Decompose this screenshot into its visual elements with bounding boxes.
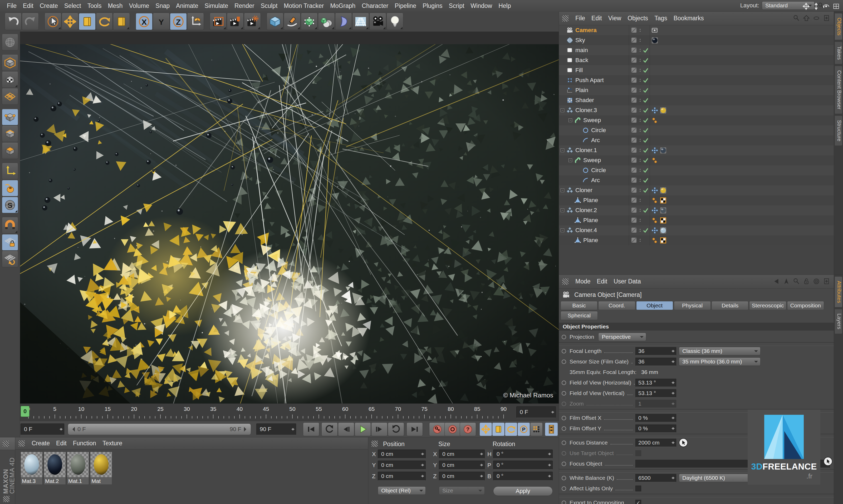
layer-color-swatch[interactable] xyxy=(631,57,638,64)
subdivision-surface[interactable] xyxy=(301,13,318,30)
material-tag-icon[interactable] xyxy=(660,147,667,154)
menu-snap[interactable]: Snap xyxy=(152,2,173,9)
position-y-field[interactable]: 0 cm xyxy=(378,461,426,469)
menu-script[interactable]: Script xyxy=(446,2,468,9)
stepper-icon[interactable] xyxy=(671,348,675,354)
menu-motion-tracker[interactable]: Motion Tracker xyxy=(280,2,327,9)
dots2-tag-icon[interactable] xyxy=(651,117,658,124)
enabled-check-icon[interactable] xyxy=(642,137,649,144)
enabled-check-icon[interactable] xyxy=(642,157,649,164)
menu-edit[interactable]: Edit xyxy=(20,2,37,9)
attribute-menu-mode[interactable]: Mode xyxy=(572,278,594,285)
object-row-main[interactable]: main xyxy=(559,45,834,55)
object-row-fill[interactable]: Fill xyxy=(559,65,834,75)
polygons-mode[interactable] xyxy=(2,143,18,159)
stepper-icon[interactable] xyxy=(551,409,554,415)
edges-mode[interactable] xyxy=(2,126,18,142)
attr-value-field[interactable]: 6500 xyxy=(635,474,676,482)
coordinate-system-toggle[interactable] xyxy=(187,13,204,30)
stepper-icon[interactable] xyxy=(291,426,294,432)
menu-select[interactable]: Select xyxy=(61,2,84,9)
visibility-dots-icon[interactable] xyxy=(638,77,642,84)
camtoggle-tag-icon[interactable] xyxy=(651,27,658,34)
object-row-plain[interactable]: Plain xyxy=(559,85,834,95)
dock-tab-attributes[interactable]: Attributes xyxy=(835,276,842,307)
stepper-icon[interactable] xyxy=(671,380,675,385)
lock-x-axis[interactable]: X xyxy=(136,13,153,30)
stepper-icon[interactable] xyxy=(480,451,483,457)
keyframe-radio-icon[interactable] xyxy=(562,416,566,420)
layer-color-swatch[interactable] xyxy=(631,67,638,74)
key-position-button[interactable] xyxy=(479,422,492,436)
visibility-dots-icon[interactable] xyxy=(638,57,642,64)
live-selection-tool[interactable] xyxy=(45,13,62,30)
current-frame-field[interactable]: 0 F xyxy=(516,406,556,418)
position-x-field[interactable]: 0 cm xyxy=(378,450,426,458)
object-row-sweep[interactable]: −Sweep xyxy=(559,115,834,125)
undo-button[interactable] xyxy=(5,13,22,30)
layer-color-swatch[interactable] xyxy=(631,207,638,214)
object-row-plane[interactable]: Plane xyxy=(559,215,834,225)
checkbox[interactable] xyxy=(635,450,641,456)
layer-color-swatch[interactable] xyxy=(631,167,638,174)
visibility-dots-icon[interactable] xyxy=(638,147,642,154)
key-scale-button[interactable] xyxy=(492,422,505,436)
record-help-button[interactable]: ? xyxy=(460,422,476,436)
menu-pipeline[interactable]: Pipeline xyxy=(392,2,419,9)
mograph-tag-icon[interactable] xyxy=(651,187,658,194)
material-menu-function[interactable]: Function xyxy=(70,440,99,447)
tab-object[interactable]: Object xyxy=(636,301,673,310)
stepper-icon[interactable] xyxy=(548,451,551,457)
layer-color-swatch[interactable] xyxy=(631,37,638,44)
stepper-icon[interactable] xyxy=(671,475,675,481)
render-picture-viewer-button[interactable] xyxy=(227,13,244,30)
layer-color-swatch[interactable] xyxy=(631,177,638,184)
enabled-check-icon[interactable] xyxy=(642,87,649,94)
object-menu-edit[interactable]: Edit xyxy=(588,15,605,22)
enabled-check-icon[interactable] xyxy=(642,97,649,104)
panel-grip-icon[interactable] xyxy=(562,278,568,285)
rotation-h-field[interactable]: 0 ° xyxy=(493,450,553,458)
enabled-check-icon[interactable] xyxy=(642,177,649,184)
object-row-circle[interactable]: Circle xyxy=(559,125,834,135)
lock-z-axis[interactable]: Z xyxy=(170,13,187,30)
coordinate-mode-dropdown[interactable]: Object (Rel) xyxy=(378,486,426,495)
collapse-toggle-icon[interactable]: − xyxy=(568,119,572,122)
checker-tag-icon[interactable] xyxy=(660,237,667,244)
keyframe-radio-icon[interactable] xyxy=(562,402,566,406)
stepper-icon[interactable] xyxy=(671,426,675,431)
key-pla-button[interactable] xyxy=(530,422,543,436)
tab-spherical[interactable]: Spherical xyxy=(561,311,598,320)
keyframe-radio-icon[interactable] xyxy=(562,501,566,504)
object-row-push-apart[interactable]: Push Apart xyxy=(559,75,834,85)
checker-tag-icon[interactable] xyxy=(660,217,667,224)
enabled-check-icon[interactable] xyxy=(642,117,649,124)
collapse-toggle-icon[interactable]: − xyxy=(561,209,564,212)
keyframe-radio-icon[interactable] xyxy=(562,426,566,431)
layer-color-swatch[interactable] xyxy=(631,237,638,244)
tab-basic[interactable]: Basic xyxy=(561,301,598,310)
add-camera[interactable] xyxy=(369,13,386,30)
target-icon[interactable] xyxy=(812,277,820,285)
material-item[interactable]: Mat.3 xyxy=(20,452,43,485)
texture-mode[interactable] xyxy=(2,72,18,88)
tab-physical[interactable]: Physical xyxy=(674,301,711,310)
keyframe-radio-icon[interactable] xyxy=(562,476,566,480)
material-menu-edit[interactable]: Edit xyxy=(53,440,70,447)
object-menu-objects[interactable]: Objects xyxy=(624,15,651,22)
attr-value-field[interactable]: 36 xyxy=(635,347,676,355)
eye-icon[interactable] xyxy=(812,14,820,22)
keyframe-radio-icon[interactable] xyxy=(562,335,566,339)
views-icon[interactable] xyxy=(832,3,840,10)
visibility-dots-icon[interactable] xyxy=(638,87,642,94)
menu-mograph[interactable]: MoGraph xyxy=(327,2,359,9)
material-item[interactable]: Mat xyxy=(90,452,112,485)
attr-value-field[interactable]: 0 % xyxy=(635,414,676,422)
material-tag-icon[interactable] xyxy=(660,187,667,194)
dock-tab-takes[interactable]: Takes xyxy=(835,41,842,64)
position-z-field[interactable]: 0 cm xyxy=(378,472,426,481)
collapse-toggle-icon[interactable]: − xyxy=(568,159,572,162)
key-parameter-button[interactable]: P xyxy=(517,422,530,436)
object-row-circle[interactable]: Circle xyxy=(559,165,834,175)
stepper-icon[interactable] xyxy=(480,462,483,468)
